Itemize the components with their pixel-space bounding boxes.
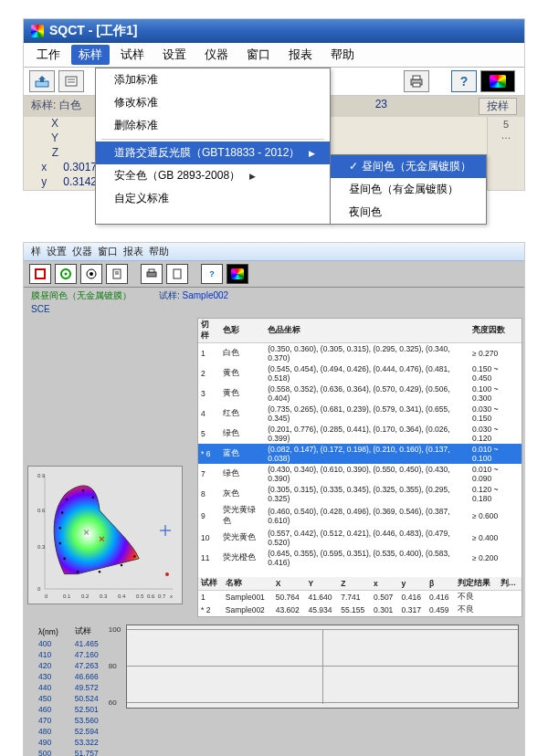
menu-dropdown-wrap: 添加标准修改标准删除标准道路交通反光膜（GBT18833 - 2012）安全色（… (95, 68, 487, 225)
sqct-brand-button[interactable] (227, 264, 248, 284)
window-titlebar: SQCT - [工作1] (24, 19, 524, 43)
table-row[interactable]: 10荧光黄色(0.557, 0.442), (0.512, 0.421), (0… (198, 528, 522, 548)
svg-rect-15 (147, 272, 156, 277)
table-row[interactable]: 1Sample00150.76441.6407.7410.5070.4160.4… (198, 591, 522, 604)
menu-item[interactable]: 仪器 (197, 45, 236, 65)
info-line: 膜昼间色（无金属镀膜） 试样: Sample002 (24, 288, 524, 304)
table-row[interactable]: * 6蓝色(0.082, 0.147), (0.172, 0.198), (0.… (198, 444, 522, 464)
submenu-item[interactable]: 夜间色 (331, 201, 486, 224)
svg-text:0.1: 0.1 (63, 593, 71, 599)
window-title: SQCT - [工作1] (49, 23, 137, 39)
value-sample: Sample002 (183, 290, 229, 300)
menu-item[interactable]: 帮助 (323, 45, 362, 65)
menu-item[interactable]: 修改标准 (96, 91, 330, 114)
cie-chart: 0.90.60.30 00.10.20.3 0.40.50.60.7x (27, 466, 183, 604)
menu-item[interactable]: 工作 (29, 45, 68, 65)
toolbar-button[interactable] (58, 70, 84, 92)
figure-11: SQCT - [工作1] 工作标样试样设置仪器窗口报表帮助 ? 标样: 白色 观… (23, 18, 525, 191)
label-sample-type: 标样: (31, 99, 56, 111)
menu-item[interactable]: 设置 (155, 45, 194, 65)
body-12: 0.90.60.30 00.10.20.3 0.40.50.60.7x 切样色彩… (24, 316, 524, 619)
tool-doc2[interactable] (166, 264, 188, 284)
ytick: 100 (109, 625, 121, 634)
svg-rect-7 (36, 269, 45, 278)
app-icon (31, 25, 44, 37)
toolbar-12: ? (24, 261, 524, 288)
svg-text:0.6: 0.6 (147, 593, 155, 599)
fig11-body: ? 标样: 白色 观察者角… 23 按样 XYZx0.3017y0.3142 5… (24, 68, 524, 190)
svg-text:0.5: 0.5 (136, 593, 144, 599)
right-edge-panel: 5 … (487, 117, 524, 190)
table-row[interactable]: 1白色(0.350, 0.360), (0.305, 0.315), (0.29… (198, 343, 522, 364)
table-row[interactable]: 3黄色(0.558, 0.352), (0.636, 0.364), (0.57… (198, 383, 522, 404)
table-row[interactable]: 11荧光橙色(0.645, 0.355), (0.595, 0.351), (0… (198, 548, 522, 568)
svg-text:0.6: 0.6 (37, 508, 46, 513)
svg-text:0: 0 (45, 593, 48, 599)
menubar-12[interactable]: 样设置仪器窗口报表帮助 (24, 243, 524, 261)
table-row[interactable]: 4红色(0.735, 0.265), (0.681, 0.239), (0.57… (198, 404, 522, 424)
menu-item[interactable]: 安全色（GB 2893-2008） (96, 164, 330, 187)
svg-text:0.4: 0.4 (118, 593, 126, 599)
menu-item[interactable]: 删除标准 (96, 114, 330, 137)
table-row[interactable]: 2黄色(0.545, 0.454), (0.494, 0.426), (0.44… (198, 363, 522, 383)
svg-text:0.9: 0.9 (37, 473, 46, 478)
submenu-item[interactable]: 昼间色（无金属镀膜） (331, 155, 486, 178)
wavelength-table: λ(nm)试样40041.46541047.16042047.26343046.… (29, 625, 108, 756)
svg-point-46 (165, 572, 169, 576)
print-button[interactable] (141, 264, 163, 284)
svg-point-11 (90, 272, 93, 276)
tool-circle[interactable] (55, 264, 77, 284)
color-standard-table[interactable]: 切样色彩色品坐标亮度因数1白色(0.350, 0.360), (0.305, 0… (198, 319, 522, 568)
help-button[interactable]: ? (201, 264, 223, 284)
menu-item[interactable]: 添加标准 (96, 68, 330, 91)
menu-item[interactable]: 自定义标准 (96, 187, 330, 210)
menu-item[interactable]: 标样 (71, 45, 110, 65)
table-row[interactable]: 5绿色(0.201, 0.776), (0.285, 0.441), (0.17… (198, 424, 522, 444)
menu-item[interactable]: 窗口 (98, 245, 118, 258)
sample-table[interactable]: 试样名称XYZxyβ判定结果判…1Sample00150.76441.6407.… (198, 577, 522, 616)
svg-rect-17 (174, 269, 181, 278)
tool-dot[interactable] (80, 264, 102, 284)
menu-item[interactable]: 设置 (47, 245, 67, 258)
svg-text:x: x (170, 593, 173, 599)
menubar[interactable]: 工作标样试样设置仪器窗口报表帮助 (24, 43, 524, 68)
menu-item[interactable]: 窗口 (239, 45, 278, 65)
menu-item[interactable]: 帮助 (149, 245, 169, 258)
menu-item[interactable]: 试样 (113, 45, 152, 65)
menu-item[interactable]: 样 (31, 245, 41, 258)
ytick: 80 (109, 662, 117, 670)
info-standard: 膜昼间色（无金属镀膜） (31, 289, 132, 302)
right-edge-val: 5 (488, 119, 524, 130)
svg-text:0.2: 0.2 (81, 593, 90, 599)
svg-text:0: 0 (37, 586, 41, 592)
tool-doc[interactable] (106, 264, 128, 284)
svg-text:0.7: 0.7 (158, 593, 166, 599)
svg-point-9 (65, 273, 68, 276)
menu-item[interactable]: 仪器 (72, 245, 92, 258)
tool-target[interactable] (29, 264, 51, 284)
bottom-panel: λ(nm)试样40041.46541047.16042047.26343046.… (24, 619, 524, 756)
submenu-dropdown[interactable]: 昼间色（无金属镀膜）昼间色（有金属镀膜）夜间色 (330, 154, 487, 225)
menu-item[interactable]: 道路交通反光膜（GBT18833 - 2012） (96, 142, 330, 164)
table-row[interactable]: 7绿色(0.430, 0.340), (0.610, 0.390), (0.55… (198, 464, 522, 484)
right-edge-val: … (488, 130, 524, 141)
svg-text:0.3: 0.3 (100, 593, 108, 599)
submenu-item[interactable]: 昼间色（有金属镀膜） (331, 178, 486, 201)
ytick: 60 (109, 698, 117, 707)
toolbar-button[interactable] (29, 70, 55, 92)
sce-label: SCE (24, 304, 524, 316)
menu-dropdown[interactable]: 添加标准修改标准删除标准道路交通反光膜（GBT18833 - 2012）安全色（… (95, 68, 331, 225)
menu-item[interactable]: 报表 (123, 245, 143, 258)
label-sample: 试样: (159, 290, 180, 300)
spectrum-plot: 100 80 60 (126, 625, 519, 709)
figure-12: 样设置仪器窗口报表帮助 ? 膜昼间色（无金属镀膜） 试样: Sample002 … (23, 242, 525, 756)
menu-item[interactable]: 报表 (281, 45, 320, 65)
svg-rect-16 (149, 269, 154, 272)
table-row[interactable]: * 2Sample00243.60245.93455.1550.3010.317… (198, 604, 522, 616)
table-row[interactable]: 8灰色(0.305, 0.315), (0.335, 0.345), (0.32… (198, 484, 522, 504)
svg-rect-1 (66, 77, 77, 86)
right-pane: 切样色彩色品坐标亮度因数1白色(0.350, 0.360), (0.305, 0… (197, 318, 522, 617)
table-row[interactable]: 9荧光黄绿色(0.460, 0.540), (0.428, 0.496), (0… (198, 504, 522, 528)
left-pane: 0.90.60.30 00.10.20.3 0.40.50.60.7x (24, 316, 195, 619)
value-sample-type: 白色 (59, 99, 81, 111)
